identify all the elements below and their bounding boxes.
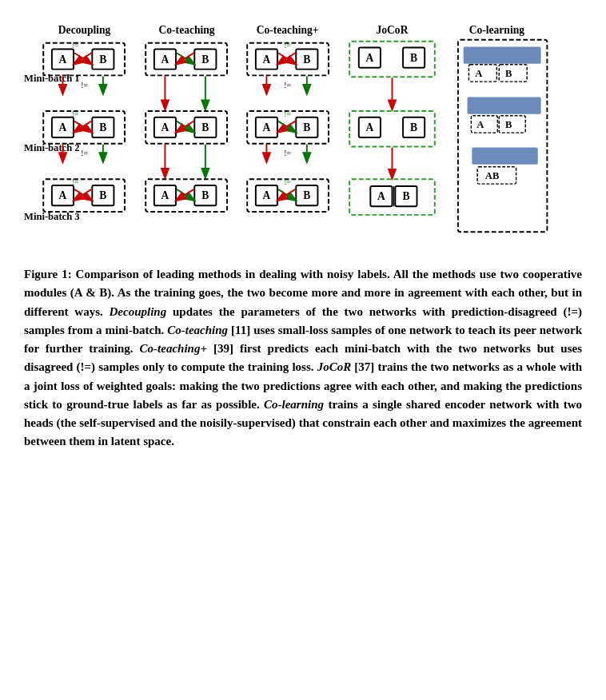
svg-text:!=: != — [72, 41, 79, 50]
caption-section: Figure 1: Comparison of leading methods … — [24, 265, 582, 451]
col-header-decoupling: Decoupling — [58, 24, 111, 36]
col-header-jocor: JoCoR — [377, 24, 409, 36]
svg-rect-83 — [499, 116, 525, 133]
svg-text:B: B — [505, 119, 512, 130]
svg-text:B: B — [99, 189, 106, 201]
svg-text:A: A — [161, 54, 169, 66]
svg-text:!=: != — [72, 177, 79, 186]
colearning-term: Co-learning — [264, 398, 324, 411]
diagram-svg: Decoupling Co-teaching Co-teaching+ JoCo… — [24, 16, 582, 256]
svg-text:!=: != — [284, 81, 291, 89]
svg-text:A: A — [365, 52, 373, 64]
col-header-coteaching: Co-teaching — [159, 24, 215, 36]
svg-text:B: B — [303, 189, 310, 201]
svg-text:B: B — [303, 121, 310, 133]
jocor-ref: [37] — [351, 360, 374, 373]
coteachingplus-term: Co-teaching+ — [140, 342, 207, 355]
svg-text:A: A — [59, 189, 67, 201]
svg-text:!=: != — [284, 177, 291, 186]
svg-text:!=: != — [72, 109, 79, 118]
svg-text:B: B — [99, 121, 106, 133]
decoupling-term: Decoupling — [110, 305, 167, 318]
svg-text:B: B — [402, 190, 409, 202]
coteaching-term: Co-teaching — [167, 324, 228, 336]
svg-rect-81 — [471, 116, 497, 133]
svg-text:A: A — [263, 121, 271, 133]
svg-text:!=: != — [81, 81, 88, 89]
svg-text:B: B — [99, 54, 106, 66]
coteaching-ref: [11] — [228, 324, 250, 336]
caption-paragraph: Figure 1: Comparison of leading methods … — [24, 265, 582, 451]
svg-text:AB: AB — [485, 170, 500, 181]
svg-rect-79 — [499, 65, 527, 82]
jocor-term: JoCoR — [317, 360, 352, 373]
svg-rect-77 — [468, 65, 496, 82]
svg-text:B: B — [505, 68, 512, 79]
col-header-colearning: Co-learning — [469, 24, 525, 36]
diagram-figure: Decoupling Co-teaching Co-teaching+ JoCo… — [24, 16, 582, 256]
svg-text:B: B — [201, 121, 209, 133]
svg-text:A: A — [59, 121, 67, 133]
figure-label: Figure 1: — [24, 268, 72, 280]
row-label-1: Mini-batch 1 — [24, 73, 80, 84]
svg-text:!=: != — [284, 109, 291, 118]
colearning-b1-block — [464, 47, 541, 64]
svg-text:!=: != — [284, 149, 291, 157]
coteachingplus-ref: [39] — [207, 342, 233, 355]
colearning-b2-block — [468, 97, 541, 114]
svg-text:!=: != — [81, 149, 88, 157]
col-header-coteachingplus: Co-teaching+ — [257, 24, 319, 36]
svg-text:B: B — [410, 52, 417, 64]
svg-text:A: A — [59, 54, 67, 66]
svg-text:!=: != — [284, 41, 291, 50]
svg-text:A: A — [365, 121, 373, 133]
svg-text:A: A — [263, 189, 271, 201]
svg-text:B: B — [303, 54, 310, 66]
svg-text:A: A — [476, 119, 484, 130]
colearning-b3-block — [472, 148, 537, 165]
svg-text:B: B — [201, 189, 209, 201]
svg-text:A: A — [475, 68, 482, 79]
svg-text:B: B — [201, 54, 209, 66]
colearning-outer-box — [458, 40, 547, 232]
svg-text:B: B — [410, 121, 417, 133]
svg-text:A: A — [263, 54, 271, 66]
svg-text:A: A — [161, 189, 169, 201]
svg-text:A: A — [161, 121, 169, 133]
svg-text:A: A — [377, 190, 385, 202]
